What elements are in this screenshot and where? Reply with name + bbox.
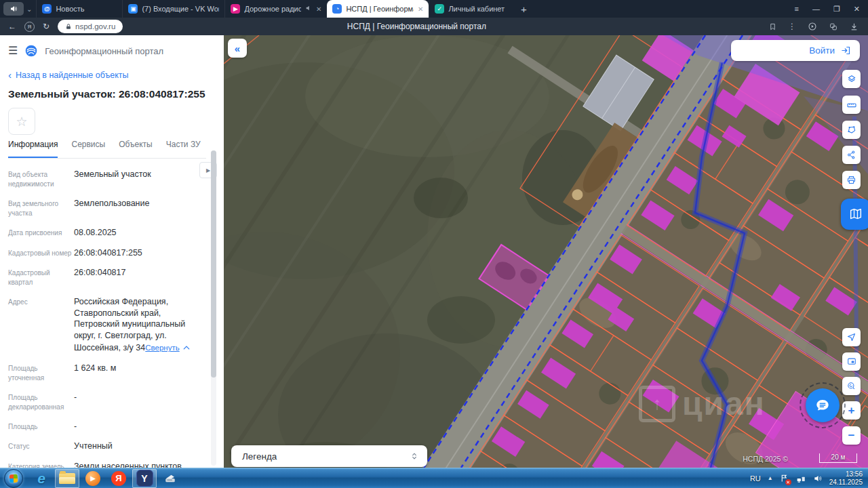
share-button[interactable] [842,146,861,164]
browser-tabs: @Новость▣(7) Входящие - VK WorkM▶Дорожно… [36,0,515,18]
ruler-icon [846,100,857,110]
taskbar-item-yandex-browser[interactable]: Y [132,469,157,488]
field-value: Учтенный [74,441,206,452]
layers-button[interactable] [842,70,861,88]
address-bar: ← Я ↻ nspd.gov.ru НСПД | Геоинформационн… [0,18,868,35]
zoom-out-button[interactable]: − [842,426,861,445]
browser-tab[interactable]: @Новость [36,0,122,18]
field-row: Кадастровый квартал26:08:040817 [8,267,206,287]
browser-tab[interactable]: ◔НСПД | Геоинформаци✕ [327,0,429,18]
media-stream-icon[interactable] [808,22,817,31]
print-icon [846,175,856,185]
more-options-icon[interactable]: ⋮ [788,22,796,31]
login-button[interactable]: Войти [731,40,860,61]
area-select-button[interactable] [842,121,861,139]
start-button[interactable] [4,469,23,488]
pager-chevron-icon: ▶ [206,167,210,174]
tab-audio-icon[interactable] [305,5,312,13]
menu-burger-icon[interactable]: ☰ [8,45,18,56]
tab-close-icon[interactable]: ✕ [418,5,423,13]
locate-button[interactable] [842,328,861,346]
minimap-icon [846,357,857,367]
taskbar-item-scanner[interactable] [158,469,182,488]
field-label: Вид земельного участка [8,198,74,218]
collapse-link-label: Свернуть [145,343,179,353]
panel-collapse-button[interactable]: « [228,39,247,58]
tab-label: (7) Входящие - VK WorkM [142,5,219,13]
back-icon[interactable]: ← [8,22,16,31]
search-area-button[interactable] [842,377,861,395]
browser-tab[interactable]: ▶Дорожное радио —✕ [224,0,327,18]
favorite-button[interactable]: ☆ [8,108,35,135]
field-row: АдресРоссийская Федерация, Ставропольски… [8,296,206,354]
language-indicator[interactable]: RU [750,474,761,483]
back-to-results-link[interactable]: ‹ Назад в найденные объекты [8,69,206,81]
action-center-icon[interactable]: ✕ [780,473,789,484]
map-canvas[interactable]: ↑ циан « Войти [224,35,868,468]
network-icon[interactable] [796,474,806,483]
speaker-icon [9,5,18,13]
field-row: Вид земельного участкаЗемлепользование [8,198,206,218]
browser-tab[interactable]: ▣(7) Входящие - VK WorkM [122,0,224,18]
tray-time: 13:56 [829,470,863,479]
restore-icon[interactable]: ❐ [833,5,840,14]
panel-scrollbar[interactable] [211,150,216,466]
new-tab-button[interactable]: + [515,3,532,15]
plus-icon: + [848,404,855,418]
taskbar-item-internet-explorer[interactable]: e [29,469,54,488]
browser-tab[interactable]: ✓Личный кабинет [429,0,515,18]
close-icon[interactable]: ✕ [854,5,860,14]
portal-title: Геоинформационный портал [45,46,163,56]
map-docs-icon [848,207,863,222]
field-value: - [74,421,206,432]
panel-tabs: ИнформацияСервисыОбъектыЧасти ЗУСостав [8,140,206,159]
documents-button[interactable] [841,199,868,230]
volume-icon[interactable] [813,474,823,483]
field-label: Статус [8,441,74,452]
folder-icon [59,473,75,484]
minimap-button[interactable] [842,352,861,371]
taskbar-item-explorer[interactable] [55,469,79,488]
tab-label: Личный кабинет [448,5,509,13]
tab-favicon: ✓ [435,4,444,14]
tray-expand-icon[interactable]: ▲ [768,475,773,481]
legend-bar[interactable]: Легенда [231,445,427,467]
search-area-icon [846,381,856,391]
panel-tab-сервисы[interactable]: Сервисы [71,140,105,158]
map-attribution: НСПД 2025 © [743,455,788,463]
refresh-icon[interactable]: ↻ [43,22,50,31]
tab-audio-chevron[interactable]: ⌄ [26,5,32,13]
login-label: Войти [809,45,835,56]
media-player-icon: ▶ [85,471,100,486]
collections-icon[interactable] [829,22,838,31]
browser-menu-icon[interactable]: ≡ [794,5,798,14]
tab-close-icon[interactable]: ✕ [316,5,321,13]
measure-button[interactable] [842,96,861,114]
download-icon[interactable] [850,22,859,31]
legend-expand-icon [410,451,419,462]
field-label: Площадь декларированная [8,392,74,412]
scale-bar: 20 м [819,453,857,463]
minimize-icon[interactable]: — [812,5,820,14]
yandex-badge-icon[interactable]: Я [24,22,35,32]
yandex-icon: Я [111,471,126,486]
taskbar-item-yandex[interactable]: Я [106,469,131,488]
collapse-address-link[interactable]: Свернуть [145,343,189,353]
panel-tab-части зу[interactable]: Части ЗУ [166,140,201,158]
field-value: 08.08.2025 [74,227,206,239]
portal-logo [24,44,38,58]
field-label: Дата присвоения [8,227,74,239]
scrollbar-thumb[interactable] [211,150,216,378]
taskbar-item-media-player[interactable]: ▶ [81,469,105,488]
locate-arrow-icon [846,332,856,342]
tab-audio-button[interactable] [3,2,24,16]
panel-tab-информация[interactable]: Информация [8,140,58,158]
bookmark-icon[interactable] [769,22,776,31]
chat-fab[interactable] [800,382,846,428]
print-button[interactable] [842,171,861,189]
field-label: Кадастровый номер [8,247,74,259]
panel-tab-объекты[interactable]: Объекты [119,140,153,158]
area-select-icon [846,125,857,136]
clock[interactable]: 13:56 24.11.2025 [829,470,863,487]
url-field[interactable]: nspd.gov.ru [58,20,123,33]
